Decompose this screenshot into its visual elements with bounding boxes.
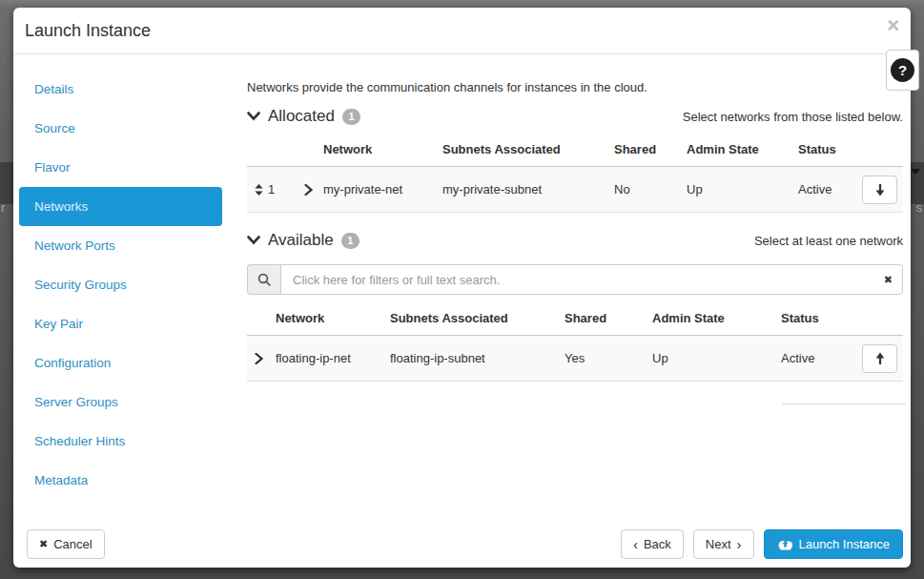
chevron-down-icon bbox=[247, 112, 260, 121]
close-icon[interactable]: × bbox=[887, 15, 899, 36]
sidebar-item-scheduler-hints[interactable]: Scheduler Hints bbox=[19, 422, 222, 461]
x-icon: ✖ bbox=[39, 538, 48, 550]
arrow-up-icon bbox=[874, 352, 886, 365]
sort-icon bbox=[255, 184, 263, 196]
cloud-upload-icon bbox=[777, 538, 793, 550]
sidebar-item-key-pair[interactable]: Key Pair bbox=[19, 304, 222, 343]
allocated-title: Allocated bbox=[268, 107, 335, 126]
background-caret-icon bbox=[911, 169, 920, 175]
background-text-fragment-left: r bbox=[1, 200, 5, 215]
deallocate-network-button[interactable] bbox=[862, 176, 897, 204]
modal-title: Launch Instance bbox=[25, 21, 151, 41]
modal-body: Details Source Flavor Networks Network P… bbox=[13, 54, 911, 520]
chevron-left-icon: ‹ bbox=[633, 537, 638, 551]
search-addon[interactable] bbox=[247, 264, 280, 295]
allocated-table-header: Network Subnets Associated Shared Admin … bbox=[247, 135, 903, 167]
modal-footer: ✖ Cancel ‹ Back Next › bbox=[13, 529, 911, 559]
column-header-network: Network bbox=[323, 142, 442, 156]
expand-row-toggle[interactable] bbox=[304, 184, 323, 196]
cancel-button[interactable]: ✖ Cancel bbox=[27, 529, 105, 559]
row-order: 1 bbox=[268, 182, 275, 196]
wizard-sidebar: Details Source Flavor Networks Network P… bbox=[13, 54, 237, 520]
background-text-fragment-right: s bbox=[916, 200, 923, 215]
cell-network: floating-ip-net bbox=[276, 351, 390, 365]
allocate-network-button[interactable] bbox=[862, 344, 897, 373]
column-header-shared: Shared bbox=[614, 142, 687, 156]
available-row: floating-ip-net floating-ip-subnet Yes U… bbox=[247, 336, 903, 382]
modal-header: Launch Instance × bbox=[13, 8, 911, 54]
expand-row-toggle[interactable] bbox=[247, 353, 276, 364]
sidebar-item-flavor[interactable]: Flavor bbox=[19, 148, 222, 187]
chevron-right-icon: › bbox=[737, 537, 742, 551]
chevron-down-icon bbox=[247, 236, 260, 245]
sidebar-item-details[interactable]: Details bbox=[19, 70, 222, 109]
cell-shared: Yes bbox=[565, 351, 652, 365]
section-divider bbox=[782, 403, 906, 404]
sidebar-item-server-groups[interactable]: Server Groups bbox=[19, 383, 222, 422]
question-mark-icon: ? bbox=[891, 58, 914, 82]
column-header-subnets: Subnets Associated bbox=[390, 311, 565, 325]
cell-subnets: floating-ip-subnet bbox=[390, 351, 565, 365]
allocated-hint: Select networks from those listed below. bbox=[683, 110, 903, 124]
help-button[interactable]: ? bbox=[886, 50, 919, 91]
arrow-down-icon bbox=[874, 183, 886, 196]
cell-status: Active bbox=[798, 182, 862, 196]
available-title: Available bbox=[268, 231, 334, 250]
back-button[interactable]: ‹ Back bbox=[621, 529, 684, 559]
available-table-header: Network Subnets Associated Shared Admin … bbox=[247, 304, 903, 336]
cell-status: Active bbox=[781, 351, 862, 365]
next-button[interactable]: Next › bbox=[693, 529, 754, 559]
sidebar-item-networks[interactable]: Networks bbox=[19, 187, 222, 226]
clear-search-icon[interactable]: ✖ bbox=[884, 274, 893, 286]
allocated-section-header[interactable]: Allocated 1 Select networks from those l… bbox=[247, 107, 903, 126]
chevron-right-icon bbox=[255, 353, 263, 364]
drag-sort-handle[interactable]: 1 bbox=[247, 182, 304, 196]
launch-instance-button[interactable]: Launch Instance bbox=[764, 529, 903, 559]
cell-network: my-private-net bbox=[323, 182, 442, 196]
cell-subnets: my-private-subnet bbox=[442, 182, 614, 196]
available-count-badge: 1 bbox=[341, 233, 359, 249]
column-header-admin-state: Admin State bbox=[652, 311, 781, 325]
screen: r s Launch Instance × ? Details Source F… bbox=[0, 0, 924, 579]
available-hint: Select at least one network bbox=[754, 234, 903, 248]
launch-instance-modal: Launch Instance × ? Details Source Flavo… bbox=[13, 8, 911, 568]
sidebar-item-security-groups[interactable]: Security Groups bbox=[19, 265, 222, 304]
sidebar-item-source[interactable]: Source bbox=[19, 109, 222, 148]
networks-step-content: Networks provide the communication chann… bbox=[237, 54, 911, 520]
sidebar-item-network-ports[interactable]: Network Ports bbox=[19, 226, 222, 265]
cell-admin-state: Up bbox=[652, 351, 781, 365]
sidebar-item-metadata[interactable]: Metadata bbox=[19, 461, 222, 500]
step-description: Networks provide the communication chann… bbox=[247, 80, 903, 94]
sidebar-item-configuration[interactable]: Configuration bbox=[19, 343, 222, 383]
chevron-right-icon bbox=[304, 184, 313, 196]
cell-shared: No bbox=[614, 182, 687, 196]
column-header-network: Network bbox=[276, 311, 390, 325]
column-header-shared: Shared bbox=[565, 311, 652, 325]
available-section-header[interactable]: Available 1 Select at least one network bbox=[247, 231, 903, 250]
column-header-status: Status bbox=[781, 311, 862, 325]
search-icon bbox=[257, 273, 271, 286]
column-header-status: Status bbox=[798, 142, 862, 156]
cell-admin-state: Up bbox=[687, 182, 798, 196]
column-header-admin-state: Admin State bbox=[687, 142, 798, 156]
allocated-count-badge: 1 bbox=[342, 109, 360, 125]
filter-search-input[interactable] bbox=[280, 264, 903, 295]
network-filter-bar: ✖ bbox=[247, 264, 903, 295]
allocated-row: 1 my-private-net my-private-subnet No Up… bbox=[247, 167, 903, 213]
column-header-subnets: Subnets Associated bbox=[442, 142, 614, 156]
